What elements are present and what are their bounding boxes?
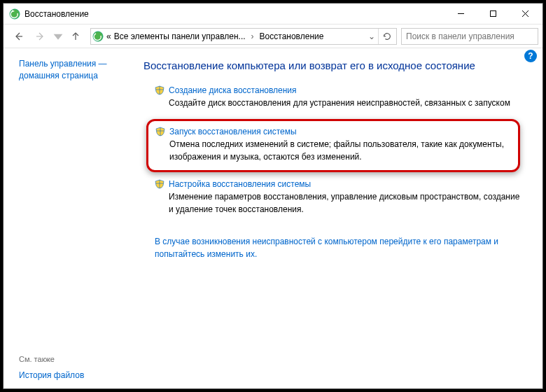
recovery-icon [92,31,104,42]
minimize-button[interactable] [444,4,477,24]
recent-dropdown[interactable] [52,27,64,46]
titlebar: Восстановление [4,4,542,24]
chevron-right-icon[interactable]: › [248,31,257,41]
refresh-button[interactable] [378,29,395,44]
close-button[interactable] [509,4,541,24]
main-pane: ? Восстановление компьютера или возврат … [144,48,542,388]
recovery-window: Восстановление « Все элементы [3,3,543,389]
forward-button[interactable] [30,27,51,46]
configure-system-restore-link[interactable]: Настройка восстановления системы [155,179,526,189]
help-icon[interactable]: ? [524,50,537,62]
address-dropdown[interactable]: ⌄ [365,31,378,41]
info-link[interactable]: В случае возникновения неисправностей с … [155,235,526,260]
address-bar[interactable]: « Все элементы панели управлен... › Восс… [90,28,397,45]
see-also-section: См. также История файлов [19,355,84,380]
item-description: Отмена последних изменений в системе; фа… [155,138,511,163]
left-pane: Панель управления — домашняя страница См… [4,48,144,388]
breadcrumb-item[interactable]: Все элементы панели управлен... [114,31,246,41]
control-panel-home-link[interactable]: Панель управления — домашняя страница [19,58,136,82]
window-title: Восстановление [24,9,89,19]
page-title: Восстановление компьютера или возврат ег… [144,59,526,71]
item-description: Создайте диск восстановления для устране… [155,97,526,109]
navbar: « Все элементы панели управлен... › Восс… [4,24,542,48]
back-button[interactable] [8,27,29,46]
content-area: Панель управления — домашняя страница См… [4,48,542,388]
highlighted-option: Запуск восстановления системы Отмена пос… [146,119,520,172]
breadcrumb-item[interactable]: Восстановление [260,31,324,41]
shield-icon [155,85,164,95]
start-system-restore-item: Запуск восстановления системы Отмена пос… [155,127,511,163]
start-system-restore-link[interactable]: Запуск восстановления системы [155,127,511,136]
svg-rect-2 [490,11,496,17]
up-button[interactable] [65,27,86,46]
shield-icon [155,127,165,136]
create-recovery-drive-item: Создание диска восстановления Создайте д… [155,85,526,109]
recovery-icon [9,8,20,20]
see-also-header: См. также [19,355,84,363]
create-recovery-drive-link[interactable]: Создание диска восстановления [155,85,526,95]
search-placeholder: Поиск в панели управления [406,31,514,41]
maximize-button[interactable] [477,4,509,24]
configure-system-restore-item: Настройка восстановления системы Изменен… [155,179,526,216]
breadcrumb-prefix: « [106,31,111,41]
item-description: Изменение параметров восстановления, упр… [155,190,526,216]
search-input[interactable]: Поиск в панели управления [401,28,538,45]
file-history-link[interactable]: История файлов [19,370,84,380]
shield-icon [155,179,164,189]
